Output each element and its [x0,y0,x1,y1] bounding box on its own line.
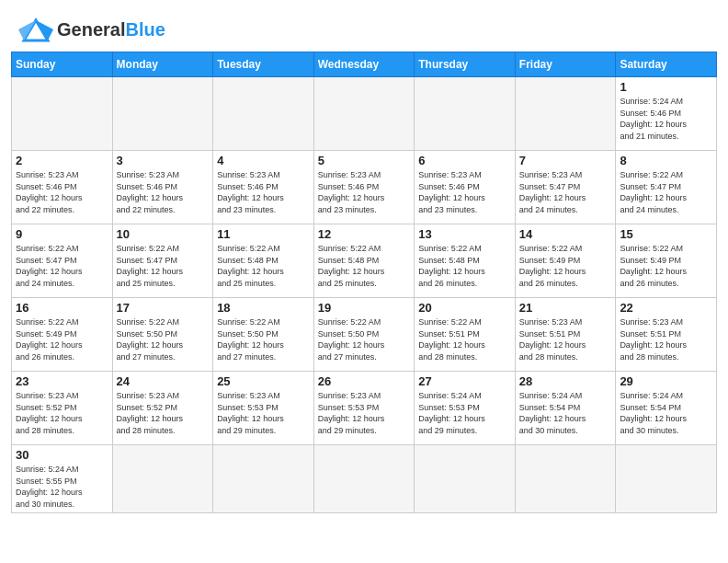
cell-info: Daylight: 12 hours [16,413,108,425]
cell-info: Sunrise: 5:22 AM [620,169,712,181]
calendar-cell: 4Sunrise: 5:23 AMSunset: 5:46 PMDaylight… [213,151,314,224]
day-number: 9 [16,227,108,241]
cell-info: and 22 minutes. [117,204,210,216]
cell-info: Sunrise: 5:24 AM [519,390,612,402]
cell-info: and 23 minutes. [418,204,511,216]
calendar-cell: 18Sunrise: 5:22 AMSunset: 5:50 PMDayligh… [213,298,314,372]
day-number: 5 [318,154,411,167]
cell-info: Sunrise: 5:24 AM [16,464,108,476]
cell-info: Daylight: 12 hours [318,413,411,425]
cell-info: Daylight: 12 hours [519,192,612,204]
weekday-header: Friday [515,52,616,77]
cell-info: and 25 minutes. [217,278,310,290]
day-number: 11 [217,227,310,241]
cell-info: Daylight: 12 hours [418,192,511,204]
cell-info: and 23 minutes. [318,204,411,216]
calendar-cell: 12Sunrise: 5:22 AMSunset: 5:48 PMDayligh… [313,224,415,298]
cell-info: and 26 minutes. [620,278,712,290]
cell-info: and 28 minutes. [16,425,108,437]
calendar-wrapper: SundayMondayTuesdayWednesdayThursdayFrid… [0,52,728,524]
calendar-cell [213,445,314,513]
cell-info: Sunrise: 5:23 AM [117,169,210,181]
cell-info: Sunrise: 5:23 AM [418,169,511,181]
day-number: 6 [418,154,511,167]
calendar-cell: 3Sunrise: 5:23 AMSunset: 5:46 PMDaylight… [112,151,213,224]
day-number: 18 [217,301,310,315]
cell-info: Sunset: 5:46 PM [117,181,210,193]
calendar-row: 2Sunrise: 5:23 AMSunset: 5:46 PMDaylight… [12,151,717,224]
cell-info: Daylight: 12 hours [620,413,712,425]
cell-info: and 25 minutes. [318,278,411,290]
cell-info: Sunrise: 5:23 AM [217,169,310,181]
calendar-cell: 15Sunrise: 5:22 AMSunset: 5:49 PMDayligh… [616,224,717,298]
logo: GeneralBlue [18,17,165,42]
cell-info: and 24 minutes. [16,278,108,290]
weekday-header: Saturday [616,52,717,77]
day-number: 19 [318,301,411,315]
calendar-cell [415,445,516,513]
cell-info: Sunrise: 5:24 AM [418,390,511,402]
cell-info: Sunset: 5:47 PM [16,255,108,267]
cell-info: and 26 minutes. [519,278,612,290]
calendar-cell: 1Sunrise: 5:24 AMSunset: 5:46 PMDaylight… [616,77,717,151]
cell-info: Sunset: 5:46 PM [620,108,712,120]
cell-info: Sunset: 5:53 PM [418,402,511,414]
calendar-cell: 8Sunrise: 5:22 AMSunset: 5:47 PMDaylight… [616,151,717,224]
cell-info: Daylight: 12 hours [519,413,612,425]
calendar-cell: 26Sunrise: 5:23 AMSunset: 5:53 PMDayligh… [313,372,415,445]
calendar-table: SundayMondayTuesdayWednesdayThursdayFrid… [11,52,717,513]
cell-info: Sunrise: 5:22 AM [217,316,310,328]
cell-info: Sunrise: 5:22 AM [418,243,511,255]
cell-info: Sunset: 5:46 PM [418,181,511,193]
cell-info: Daylight: 12 hours [418,266,511,278]
cell-info: Daylight: 12 hours [519,339,612,351]
logo-icon [18,17,53,42]
cell-info: Sunset: 5:48 PM [318,255,411,267]
cell-info: Sunset: 5:49 PM [620,255,712,267]
cell-info: Sunrise: 5:22 AM [519,243,612,255]
calendar-cell [313,77,415,151]
day-number: 30 [16,448,108,462]
cell-info: and 25 minutes. [117,278,210,290]
day-number: 14 [519,227,612,241]
day-number: 1 [620,80,712,94]
cell-info: Sunset: 5:50 PM [318,328,411,340]
cell-info: Sunset: 5:52 PM [117,402,210,414]
calendar-cell: 6Sunrise: 5:23 AMSunset: 5:46 PMDaylight… [415,151,516,224]
cell-info: Daylight: 12 hours [117,192,210,204]
weekday-header: Monday [112,52,213,77]
cell-info: Sunrise: 5:22 AM [418,316,511,328]
cell-info: Sunset: 5:50 PM [117,328,210,340]
day-number: 25 [217,374,310,388]
cell-info: Sunrise: 5:22 AM [117,316,210,328]
day-number: 17 [117,301,210,315]
cell-info: Daylight: 12 hours [16,487,108,499]
calendar-cell: 24Sunrise: 5:23 AMSunset: 5:52 PMDayligh… [112,372,213,445]
cell-info: and 28 minutes. [620,351,712,363]
calendar-row: 9Sunrise: 5:22 AMSunset: 5:47 PMDaylight… [12,224,717,298]
calendar-cell: 7Sunrise: 5:23 AMSunset: 5:47 PMDaylight… [515,151,616,224]
day-number: 28 [519,374,612,388]
cell-info: and 27 minutes. [117,351,210,363]
cell-info: Daylight: 12 hours [519,266,612,278]
cell-info: and 26 minutes. [418,278,511,290]
cell-info: Sunrise: 5:23 AM [217,390,310,402]
calendar-cell: 30Sunrise: 5:24 AMSunset: 5:55 PMDayligh… [12,445,113,513]
day-number: 26 [318,374,411,388]
day-number: 12 [318,227,411,241]
cell-info: Sunrise: 5:22 AM [16,316,108,328]
day-number: 2 [16,154,108,167]
calendar-cell: 21Sunrise: 5:23 AMSunset: 5:51 PMDayligh… [515,298,616,372]
day-number: 4 [217,154,310,167]
day-number: 21 [519,301,612,315]
cell-info: and 30 minutes. [16,499,108,511]
cell-info: Daylight: 12 hours [117,339,210,351]
day-number: 24 [117,374,210,388]
calendar-cell: 9Sunrise: 5:22 AMSunset: 5:47 PMDaylight… [12,224,113,298]
cell-info: Sunset: 5:54 PM [620,402,712,414]
cell-info: Daylight: 12 hours [16,192,108,204]
cell-info: Sunrise: 5:22 AM [217,243,310,255]
cell-info: Daylight: 12 hours [418,339,511,351]
cell-info: Daylight: 12 hours [117,266,210,278]
calendar-cell [515,445,616,513]
